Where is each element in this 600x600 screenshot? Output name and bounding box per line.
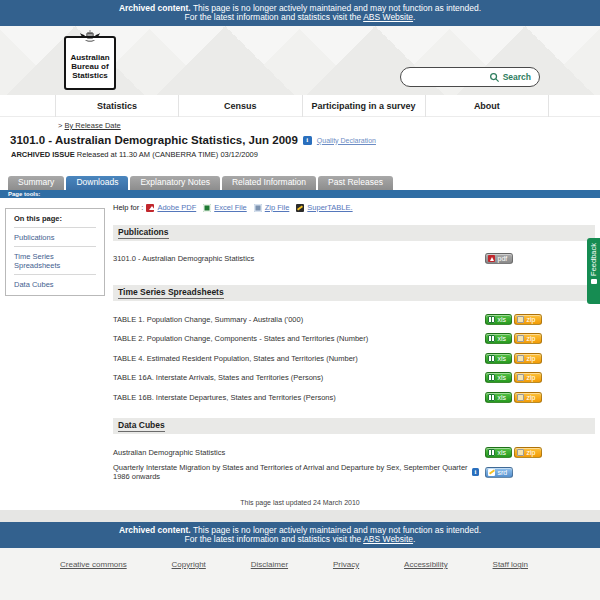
quality-declaration-link[interactable]: Quality Declaration <box>317 137 376 144</box>
section-header-publications: Publications <box>113 225 595 241</box>
on-this-page-title: On this page: <box>14 214 96 227</box>
nav-items: Statistics Census Participating in a sur… <box>55 95 549 117</box>
download-row: 3101.0 - Australian Demographic Statisti… <box>113 249 595 269</box>
xls-download-button[interactable]: xls <box>485 333 512 344</box>
row-label: Australian Demographic Statistics <box>113 448 485 457</box>
search-input[interactable] <box>409 73 486 82</box>
row-buttons: xlszip <box>485 314 595 325</box>
xls-file-icon <box>488 394 495 401</box>
help-link[interactable]: Zip File <box>265 203 290 212</box>
site-header: Australian Bureau of Statistics Search <box>0 26 600 95</box>
search-box[interactable]: Search <box>400 67 540 87</box>
section-title: Data Cubes <box>118 420 165 432</box>
zip-file-icon <box>517 374 524 381</box>
row-buttons: xlszip <box>485 392 595 403</box>
page-tools-bar: Page tools: <box>0 190 600 198</box>
abs-logo[interactable]: Australian Bureau of Statistics <box>64 36 116 90</box>
archived-banner-line2: For the latest information and statistic… <box>185 534 364 544</box>
sidebar-link[interactable]: Time Series Spreadsheets <box>14 246 96 274</box>
row-label: 3101.0 - Australian Demographic Statisti… <box>113 254 485 263</box>
footer-link[interactable]: Copyright <box>172 560 206 569</box>
download-row: TABLE 16B. Interstate Departures, States… <box>113 388 595 408</box>
zip-file-icon <box>517 355 524 362</box>
zip-file-icon <box>517 449 524 456</box>
nav-item[interactable]: Statistics <box>55 95 178 117</box>
xls-download-button[interactable]: xls <box>485 314 512 325</box>
zip-download-button[interactable]: zip <box>514 392 541 403</box>
logo-line-3: Statistics <box>66 71 114 80</box>
feedback-tab[interactable]: Feedback <box>587 238 600 304</box>
pdf-download-button[interactable]: pdf <box>485 253 513 264</box>
pdf-file-icon <box>488 255 495 262</box>
zip-download-button[interactable]: zip <box>514 372 541 383</box>
download-row: Australian Demographic Statistics xlszip <box>113 443 595 463</box>
row-label: TABLE 16A. Interstate Arrivals, States a… <box>113 373 485 382</box>
row-label: Quarterly Interstate Migration by States… <box>113 463 485 481</box>
footer-link[interactable]: Accessibility <box>404 560 448 569</box>
xls-download-button[interactable]: xls <box>485 447 512 458</box>
divider-strip <box>0 510 600 522</box>
footer-link[interactable]: Staff login <box>493 560 528 569</box>
info-icon[interactable]: i <box>303 136 312 145</box>
section-title: Publications <box>118 227 169 239</box>
footer-link[interactable]: Privacy <box>333 560 359 569</box>
archived-banner-bold: Archived content. <box>119 3 191 13</box>
nav-item[interactable]: Participating in a survey <box>302 95 425 117</box>
footer-link[interactable]: Disclaimer <box>251 560 288 569</box>
info-icon[interactable]: i <box>472 468 479 476</box>
tab[interactable]: Explanatory Notes <box>130 176 219 190</box>
zip-file-icon <box>517 394 524 401</box>
tab[interactable]: Downloads <box>66 176 128 190</box>
footer-links: Creative commons Copyright Disclaimer Pr… <box>60 560 528 569</box>
zip-file-icon <box>517 316 524 323</box>
tab[interactable]: Related Information <box>222 176 316 190</box>
download-row: TABLE 2. Population Change, Components -… <box>113 329 595 349</box>
abs-website-link[interactable]: ABS Website <box>363 12 413 22</box>
zip-download-button[interactable]: zip <box>514 333 541 344</box>
help-link[interactable]: Adobe PDF <box>157 203 196 212</box>
srd-download-button[interactable]: srd <box>485 467 513 478</box>
xls-file-icon <box>488 449 495 456</box>
search-button[interactable]: Search <box>503 72 531 82</box>
on-this-page-links: Publications Time Series Spreadsheets Da… <box>14 227 96 293</box>
row-label: TABLE 4. Estimated Resident Population, … <box>113 354 485 363</box>
xls-download-button[interactable]: xls <box>485 372 512 383</box>
xls-download-button[interactable]: xls <box>485 392 512 403</box>
help-for-row: Help for : Adobe PDF Excel File <box>113 203 595 212</box>
footer-link[interactable]: Creative commons <box>60 560 127 569</box>
sidebar-link[interactable]: Data Cubes <box>14 274 96 293</box>
breadcrumb-link-by-release-date[interactable]: By Release Date <box>64 121 120 130</box>
help-link[interactable]: SuperTABLE. <box>307 203 352 212</box>
release-info: ARCHIVED ISSUE Released at 11.30 AM (CAN… <box>11 150 258 159</box>
nav-item[interactable]: About <box>425 95 549 117</box>
released-text: Released at 11.30 AM (CANBERRA TIME) 03/… <box>75 150 258 159</box>
page-title: 3101.0 - Australian Demographic Statisti… <box>10 134 298 146</box>
archived-banner-top: Archived content. This page is no longer… <box>0 0 600 26</box>
zip-download-button[interactable]: zip <box>514 314 541 325</box>
archived-banner-line2-end: . <box>413 12 415 22</box>
row-buttons: xlszip <box>485 353 595 364</box>
xls-download-button[interactable]: xls <box>485 353 512 364</box>
last-updated: This page last updated 24 March 2010 <box>0 499 600 506</box>
help-link[interactable]: Excel File <box>214 203 247 212</box>
abs-website-link[interactable]: ABS Website <box>363 534 413 544</box>
feedback-label: Feedback <box>589 243 598 276</box>
archived-banner-bottom: Archived content. This page is no longer… <box>0 522 600 548</box>
logo-line-2: Bureau of <box>66 62 114 71</box>
xls-file-icon <box>488 335 495 342</box>
breadcrumb: > By Release Date <box>58 121 121 130</box>
download-row: TABLE 1. Population Change, Summary - Au… <box>113 310 595 330</box>
publications-rows: 3101.0 - Australian Demographic Statisti… <box>113 249 595 269</box>
row-buttons: xlszip <box>485 447 595 458</box>
archived-issue-label: ARCHIVED ISSUE <box>11 150 75 159</box>
zip-download-button[interactable]: zip <box>514 447 541 458</box>
xls-file-icon <box>488 316 495 323</box>
nav-item[interactable]: Census <box>178 95 301 117</box>
feedback-bubble-icon <box>591 279 597 284</box>
archived-banner-bold: Archived content. <box>119 525 191 535</box>
sidebar-link[interactable]: Publications <box>14 227 96 246</box>
zip-download-button[interactable]: zip <box>514 353 541 364</box>
release-tabs: Summary Downloads Explanatory Notes Rela… <box>8 176 393 190</box>
tab[interactable]: Summary <box>8 176 64 190</box>
tab[interactable]: Past Releases <box>318 176 393 190</box>
